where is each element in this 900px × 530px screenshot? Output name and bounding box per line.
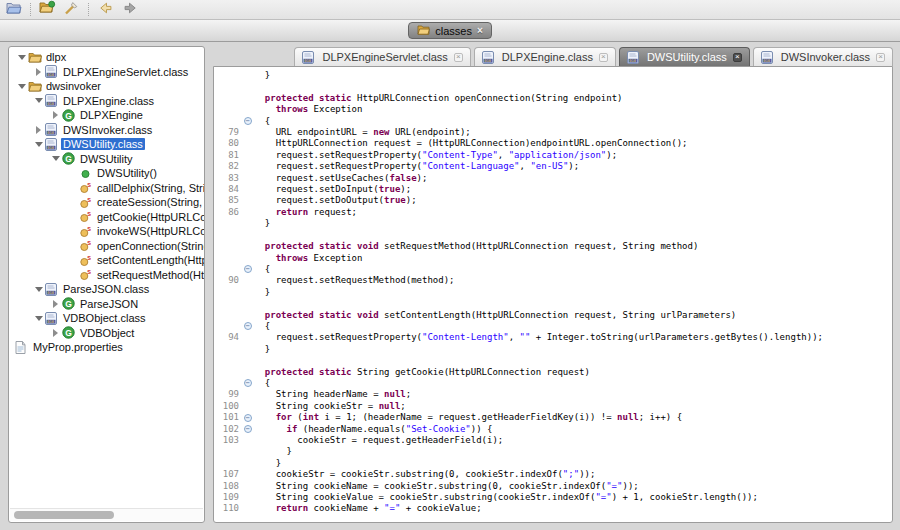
code-text: request.setUseCaches(false); — [254, 173, 427, 184]
editor-tab-dwsutility-class[interactable]: 010DWSUtility.class× — [619, 47, 750, 66]
tree-item-label: ParseJSON.class — [61, 283, 151, 295]
tree-item-getcookie-httpurlcon[interactable]: SgetCookie(HttpURLCon — [9, 210, 204, 225]
tree-expand-icon[interactable] — [32, 142, 45, 147]
tree-item-openconnection-string-[interactable]: SopenConnection(String) — [9, 239, 204, 254]
fold-gutter — [241, 492, 254, 503]
line-number: 108 — [214, 481, 241, 492]
tree-item-dwsutility-class[interactable]: 010DWSUtility.class — [9, 137, 204, 152]
open-type-button[interactable] — [38, 2, 56, 18]
static-method-icon: S — [79, 210, 95, 223]
line-number: 84 — [214, 184, 241, 195]
code-line — [214, 355, 892, 366]
class-icon: G — [62, 152, 78, 165]
close-icon[interactable]: × — [477, 25, 483, 36]
tree-item-label: dlpx — [44, 51, 68, 63]
close-icon[interactable]: × — [876, 53, 885, 62]
collapse-fold-icon[interactable]: − — [244, 425, 252, 433]
fold-gutter — [241, 253, 254, 264]
tree-expand-icon[interactable] — [49, 111, 62, 119]
tree-item-parsejson-class[interactable]: 010ParseJSON.class — [9, 282, 204, 297]
tree-item-dwsinvoker[interactable]: dwsinvoker — [9, 79, 204, 94]
code-line: 102− if (headerName.equals("Set-Cookie")… — [214, 424, 892, 435]
code-line: 81 request.setRequestProperty("Content-T… — [214, 150, 892, 161]
tree-expand-icon[interactable] — [32, 316, 45, 321]
code-line: 109 String cookieValue = cookieStr.subst… — [214, 492, 892, 503]
editor-tab-dwsinvoker-class[interactable]: 010DWSInvoker.class× — [753, 47, 893, 66]
collapse-fold-icon[interactable]: − — [244, 117, 252, 125]
tree-expand-icon[interactable] — [49, 329, 62, 337]
collapse-fold-icon[interactable]: − — [244, 265, 252, 273]
open-file-icon — [6, 1, 22, 19]
code-text: String cookieName = cookieStr.substring(… — [254, 481, 639, 492]
editor-tab-dlpxengine-class[interactable]: 010DLPXEngine.class× — [474, 47, 616, 66]
tree-item-dwsinvoker-class[interactable]: 010DWSInvoker.class — [9, 123, 204, 138]
line-number: 94 — [214, 332, 241, 343]
collapse-fold-icon[interactable]: − — [244, 379, 252, 387]
editor-tab-label: DWSUtility.class — [647, 51, 727, 63]
tree-expand-icon[interactable] — [15, 84, 28, 89]
static-method-icon: S — [79, 239, 95, 252]
tree-item-vdbobject-class[interactable]: 010VDBObject.class — [9, 311, 204, 326]
code-text: if (headerName.equals("Set-Cookie")) { — [254, 424, 492, 435]
line-number — [214, 458, 241, 469]
line-number — [214, 104, 241, 115]
fold-gutter — [241, 503, 254, 514]
tree-expand-icon[interactable] — [32, 287, 45, 292]
editor-tab-dlpxengineservlet-class[interactable]: 010DLPXEngineServlet.class× — [294, 47, 470, 66]
code-line: 85 request.setDoOutput(true); — [214, 195, 892, 206]
scrollbar-thumb[interactable] — [14, 511, 114, 519]
tree-item-label: createSession(String, St — [95, 196, 205, 208]
tree-expand-icon[interactable] — [49, 156, 62, 161]
close-icon[interactable]: × — [733, 53, 742, 62]
open-file-button[interactable] — [5, 2, 23, 18]
tree-expand-icon[interactable] — [32, 68, 45, 76]
code-text: String cookieValue = cookieStr.substring… — [254, 492, 758, 503]
fold-gutter — [241, 367, 254, 378]
tree-item-label: ParseJSON — [78, 298, 140, 310]
collapse-fold-icon[interactable]: − — [244, 322, 252, 330]
tree-expand-icon[interactable] — [15, 55, 28, 60]
fold-gutter — [241, 355, 254, 366]
tree-item-vdbobject[interactable]: GVDBObject — [9, 326, 204, 341]
tree-item-myprop-properties[interactable]: MyProp.properties — [9, 340, 204, 355]
fold-gutter — [241, 401, 254, 412]
line-number: 109 — [214, 492, 241, 503]
constructor-icon — [79, 167, 95, 180]
close-icon[interactable]: × — [454, 53, 463, 62]
line-number: 100 — [214, 401, 241, 412]
tab-classes[interactable]: classes × — [408, 22, 492, 39]
class-file-icon: 010 — [45, 65, 61, 78]
tree-item-calldelphix-string-strin[interactable]: ScallDelphix(String, Strin — [9, 181, 204, 196]
tree-expand-icon[interactable] — [32, 126, 45, 134]
collapse-fold-icon[interactable]: − — [244, 414, 252, 422]
line-number — [214, 230, 241, 241]
tree-item-dlpxengine-class[interactable]: 010DLPXEngine.class — [9, 94, 204, 109]
tree-item-invokews-httpurlconn[interactable]: SinvokeWS(HttpURLConn — [9, 224, 204, 239]
tree-expand-icon[interactable] — [49, 300, 62, 308]
line-number — [214, 344, 241, 355]
code-text: cookieStr = request.getHeaderField(i); — [254, 435, 503, 446]
back-button[interactable] — [96, 2, 114, 18]
horizontal-scrollbar[interactable] — [10, 508, 203, 521]
tree-item-setrequestmethod-http[interactable]: SsetRequestMethod(Http — [9, 268, 204, 283]
editor-tab-label: DLPXEngine.class — [502, 51, 593, 63]
tree-item-dlpxengineservlet-class[interactable]: 010DLPXEngineServlet.class — [9, 65, 204, 80]
code-text: request.setRequestProperty("Content-Lang… — [254, 161, 579, 172]
line-number — [214, 241, 241, 252]
tree-item-createsession-string-st[interactable]: ScreateSession(String, St — [9, 195, 204, 210]
tree-item-dlpx[interactable]: dlpx — [9, 50, 204, 65]
tree-item-dwsutility-[interactable]: DWSUtility() — [9, 166, 204, 181]
line-number: 81 — [214, 150, 241, 161]
tree-item-dlpxengine[interactable]: GDLPXEngine — [9, 108, 204, 123]
tree-item-setcontentlength-http[interactable]: SsetContentLength(Http — [9, 253, 204, 268]
tree-item-label: DWSUtility — [78, 153, 135, 165]
tree-expand-icon[interactable] — [32, 98, 45, 103]
tree-item-label: dwsinvoker — [44, 80, 103, 92]
line-number — [214, 298, 241, 309]
code-editor[interactable]: } protected static HttpURLConnection ope… — [213, 66, 893, 523]
forward-button[interactable] — [121, 2, 139, 18]
search-button[interactable] — [63, 2, 81, 18]
tree-item-dwsutility[interactable]: GDWSUtility — [9, 152, 204, 167]
close-icon[interactable]: × — [599, 53, 608, 62]
tree-item-parsejson[interactable]: GParseJSON — [9, 297, 204, 312]
